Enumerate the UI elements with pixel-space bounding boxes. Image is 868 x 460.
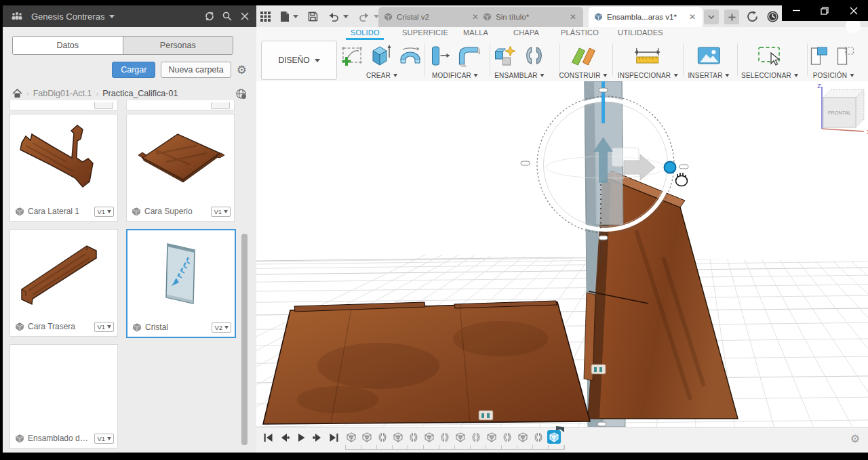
group-construir[interactable]: CONSTRUIR (559, 72, 607, 79)
axis-pill-handle[interactable] (521, 161, 530, 165)
card-partial[interactable] (126, 100, 235, 110)
undo-icon[interactable] (328, 12, 349, 22)
extensions-sync-icon[interactable] (746, 10, 759, 23)
measure-icon[interactable] (633, 43, 662, 68)
refresh-icon[interactable] (201, 7, 218, 25)
timeline-component-icon[interactable] (454, 430, 467, 444)
doc-tab-cristal[interactable]: Cristal v2 ✕ (378, 7, 486, 27)
version-history-clock-icon[interactable] (766, 10, 779, 23)
web-globe-icon[interactable] (235, 88, 247, 100)
card-cara-superior[interactable]: Cara Superio V1 (126, 114, 235, 222)
timeline-joint-icon[interactable] (407, 430, 420, 444)
save-icon[interactable] (308, 12, 318, 22)
version-dropdown[interactable]: V1 (94, 207, 114, 217)
ribbon-tab-utilidades[interactable]: UTILIDADES (618, 28, 663, 37)
breadcrumb-folder[interactable]: FabDig01-Act.1 (33, 89, 92, 98)
card-ensamblado[interactable]: Ensamblado de ... V1 (9, 344, 118, 448)
close-panel-icon[interactable] (236, 7, 254, 25)
tab-list-chevron-icon[interactable] (704, 9, 719, 24)
wood-base-panel[interactable] (263, 301, 590, 424)
panel-scrollbar[interactable] (241, 234, 248, 445)
insert-image-icon[interactable] (695, 43, 722, 68)
card-cara-lateral[interactable]: Cara Lateral 1 V1 (9, 114, 118, 222)
group-inspeccionar[interactable]: INSPECCIONAR (618, 72, 678, 79)
joint-glyph-badge[interactable] (591, 364, 606, 374)
joint-glyph-badge[interactable] (479, 411, 493, 420)
close-tab-icon[interactable]: ✕ (688, 12, 697, 22)
timeline-joint-icon[interactable] (376, 430, 389, 444)
ribbon-tab-chapa[interactable]: CHAPA (513, 28, 539, 37)
group-crear[interactable]: CREAR (366, 72, 397, 79)
step-back-button[interactable] (279, 432, 290, 443)
press-pull-icon[interactable] (429, 43, 452, 68)
go-to-start-button[interactable] (263, 432, 274, 443)
axis-pill-handle[interactable] (597, 422, 606, 426)
ribbon-tab-superficie[interactable]: SUPERFICIE (402, 28, 448, 37)
select-icon[interactable] (756, 43, 783, 68)
timeline-component-icon[interactable] (344, 430, 358, 444)
group-modificar[interactable]: MODIFICAR (432, 72, 478, 79)
step-forward-button[interactable] (312, 432, 323, 443)
upload-button[interactable]: Cargar (112, 62, 155, 78)
card-cristal[interactable]: Cristal V2 (126, 229, 236, 338)
timeline-component-icon[interactable] (360, 430, 374, 444)
timeline-joint-icon[interactable] (532, 430, 545, 444)
timeline-joint-icon[interactable] (500, 430, 514, 444)
version-dropdown[interactable]: V1 (94, 322, 114, 332)
extrude-icon[interactable] (368, 43, 393, 68)
view-cube[interactable]: FRONTAL Z X (817, 83, 868, 135)
group-seleccionar[interactable]: SELECCIONAR (741, 72, 798, 79)
app-grid-icon[interactable] (260, 12, 271, 22)
new-tab-plus-icon[interactable] (724, 9, 739, 24)
new-folder-button[interactable]: Nueva carpeta (161, 62, 231, 78)
search-icon[interactable] (218, 7, 236, 25)
version-dropdown[interactable]: V2 (212, 322, 231, 333)
card-cara-trasera[interactable]: Cara Trasera V1 (9, 229, 118, 337)
team-name[interactable]: Genesis Contreras (31, 12, 104, 22)
timeline-component-icon[interactable] (391, 430, 405, 444)
timeline-joint-icon[interactable] (469, 430, 483, 444)
timeline-joint-icon[interactable] (438, 430, 452, 444)
panel-settings-gear-icon[interactable]: ⚙ (237, 64, 247, 76)
timeline-component-icon[interactable] (485, 430, 498, 444)
rotate-point-handle[interactable] (665, 162, 676, 173)
ribbon-tab-malla[interactable]: MALLA (463, 28, 488, 37)
tab-datos[interactable]: Datos (13, 37, 123, 54)
timeline-component-icon[interactable] (422, 430, 436, 444)
fillet-icon[interactable] (456, 43, 482, 68)
viewport-canvas[interactable]: FRONTAL Z X (256, 81, 868, 427)
new-component-icon[interactable] (493, 43, 517, 68)
axis-pill-handle[interactable] (599, 236, 608, 240)
play-button[interactable] (296, 432, 307, 443)
doc-tab-ensamblado[interactable]: Ensambla...aras v1* ✕ (589, 7, 703, 27)
file-menu-icon[interactable] (280, 11, 298, 22)
redo-icon[interactable] (358, 12, 379, 22)
breadcrumb-current[interactable]: Practica_Califica-01 (102, 89, 178, 98)
group-insertar[interactable]: INSERTAR (688, 72, 729, 79)
viewport[interactable]: FRONTAL Z X (256, 81, 868, 427)
timeline-component-icon[interactable] (547, 430, 561, 444)
close-tab-icon[interactable]: ✕ (568, 12, 578, 22)
revolve-icon[interactable] (397, 43, 423, 68)
create-sketch-icon[interactable] (340, 43, 363, 68)
ribbon-tab-plastico[interactable]: PLÁSTICO (561, 28, 599, 37)
tab-personas[interactable]: Personas (123, 37, 233, 54)
card-partial[interactable] (9, 100, 118, 110)
timeline-settings-gear-icon[interactable]: ⚙ (850, 434, 860, 444)
version-dropdown[interactable]: V1 (211, 207, 231, 217)
axis-pill-handle[interactable] (599, 88, 608, 92)
revert-position-icon[interactable] (836, 43, 858, 68)
ribbon-tab-solido[interactable]: SOLIDO (351, 28, 380, 37)
group-ensamblar[interactable]: ENSAMBLAR (494, 72, 545, 79)
workspace-selector[interactable]: DISEÑO (261, 41, 337, 80)
group-posicion[interactable]: POSICIÓN (813, 72, 854, 79)
version-dropdown[interactable]: V1 (94, 434, 114, 444)
capture-position-icon[interactable] (810, 43, 831, 68)
timeline-component-icon[interactable] (516, 430, 530, 444)
axis-pill-handle[interactable] (679, 165, 688, 169)
go-to-end-button[interactable] (328, 432, 339, 443)
construct-plane-icon[interactable] (569, 43, 597, 68)
doc-tab-sin-titulo[interactable]: Sin título* ✕ (477, 7, 583, 27)
joint-icon[interactable] (522, 43, 547, 68)
home-icon[interactable] (12, 89, 22, 98)
